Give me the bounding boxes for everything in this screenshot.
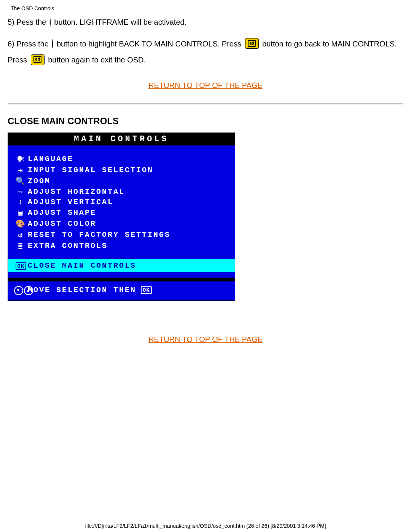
step-5: 5) Pess the button. LIGHTFRAME will be a… [8, 14, 403, 30]
osd-item-label: LANGUAGE [28, 155, 73, 163]
osd-item-extra-controls: ≣ EXTRA CONTROLS [14, 240, 229, 251]
return-to-top-link[interactable]: RETURN TO TOP OF THE PAGE [148, 81, 263, 89]
ok-icon: OK [141, 286, 152, 294]
step-6-text-b: button to highlight BACK TO MAIN CONTROL… [57, 39, 241, 48]
osd-item-label: RESET TO FACTORY SETTINGS [28, 230, 170, 239]
reset-icon: ↺ [14, 230, 28, 240]
osd-item-label: ADJUST VERTICAL [28, 198, 113, 206]
osd-item-label: INPUT SIGNAL SELECTION [28, 166, 153, 174]
osd-item-adjust-shape: ▣ ADJUST SHAPE [14, 207, 229, 218]
osd-title: MAIN CONTROLS [8, 133, 235, 145]
ok-button-icon: ad [31, 54, 45, 65]
input-icon: ⇥ [14, 165, 28, 175]
section-divider [8, 104, 403, 104]
osd-menu-body: 🗣 LANGUAGE ⇥ INPUT SIGNAL SELECTION 🔍 ZO… [8, 145, 235, 278]
step-6-text-a: 6) Press the [8, 39, 49, 48]
osd-item-adjust-horizontal: ↔ ADJUST HORIZONTAL [14, 187, 229, 197]
extra-icon: ≣ [14, 241, 28, 251]
osd-screenshot: MAIN CONTROLS 🗣 LANGUAGE ⇥ INPUT SIGNAL … [8, 133, 235, 301]
ok-icon: OK [14, 261, 28, 270]
osd-footer-text: MOVE SELECTION THEN [28, 286, 136, 294]
osd-item-adjust-vertical: ↕ ADJUST VERTICAL [14, 197, 229, 207]
color-icon: 🎨 [14, 219, 28, 228]
osd-item-input-signal: ⇥ INPUT SIGNAL SELECTION [14, 165, 229, 176]
horizontal-icon: ↔ [14, 187, 28, 196]
section-heading-close: CLOSE MAIN CONTROLS [8, 116, 403, 126]
osd-item-label: EXTRA CONTROLS [28, 241, 108, 250]
step-6: 6) Press the button to highlight BACK TO… [8, 35, 403, 67]
osd-item-label: ZOOM [28, 177, 51, 185]
osd-item-label: ADJUST COLOR [28, 219, 96, 228]
osd-item-zoom: 🔍 ZOOM [14, 176, 229, 187]
osd-divider [8, 278, 235, 281]
down-arrow-icon [52, 35, 53, 51]
vertical-icon: ↕ [14, 198, 28, 206]
osd-item-close-highlighted: OK CLOSE MAIN CONTROLS [8, 259, 235, 272]
zoom-icon: 🔍 [14, 176, 28, 186]
updown-icon: ▼▲ [14, 285, 28, 295]
shape-icon: ▣ [14, 208, 28, 217]
language-icon: 🗣 [14, 155, 28, 164]
osd-item-adjust-color: 🎨 ADJUST COLOR [14, 218, 229, 229]
right-arrow-icon [50, 14, 51, 30]
osd-item-reset-factory: ↺ RESET TO FACTORY SETTINGS [14, 229, 229, 240]
step-6-text-d: button again to exit the OSD. [48, 56, 146, 64]
step-5-text-b: button. LIGHTFRAME will be activated. [54, 18, 186, 26]
osd-footer: ▼▲ MOVE SELECTION THEN OK [8, 281, 235, 300]
page-header: The OSD Controls [11, 5, 403, 11]
osd-item-label: ADJUST SHAPE [28, 208, 96, 217]
osd-item-language: 🗣 LANGUAGE [14, 154, 229, 165]
ok-button-icon: ad [245, 38, 259, 49]
osd-item-label: CLOSE MAIN CONTROLS [28, 261, 136, 270]
step-5-text-a: 5) Pess the [8, 18, 46, 26]
return-to-top-link[interactable]: RETURN TO TOP OF THE PAGE [148, 335, 263, 343]
osd-item-label: ADJUST HORIZONTAL [28, 187, 125, 196]
